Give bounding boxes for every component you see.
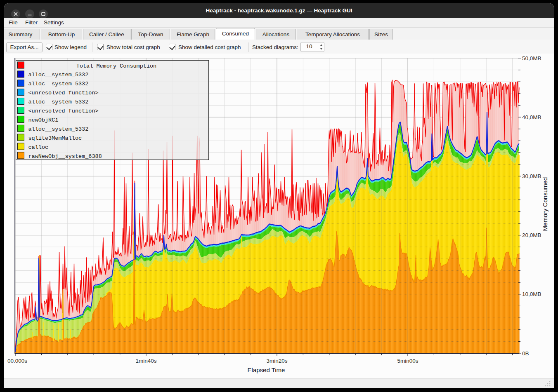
svg-text:3min20s: 3min20s (266, 358, 287, 364)
svg-text:alloc__system_5332: alloc__system_5332 (28, 72, 89, 78)
svg-text:00.000s: 00.000s (7, 358, 27, 364)
svg-text:Total Memory Consumption: Total Memory Consumption (76, 63, 156, 69)
svg-text:Memory Consumed: Memory Consumed (541, 177, 549, 231)
svg-text:alloc__system_5332: alloc__system_5332 (28, 99, 89, 105)
svg-text:50,0MB: 50,0MB (522, 55, 541, 61)
svg-text:rawNewObj__system_6388: rawNewObj__system_6388 (28, 153, 102, 160)
svg-text:alloc__system_5332: alloc__system_5332 (28, 126, 89, 132)
svg-text:<unresolved function>: <unresolved function> (28, 90, 99, 96)
svg-text:Elapsed Time: Elapsed Time (248, 366, 285, 373)
svg-text:40,0MB: 40,0MB (522, 114, 541, 120)
svg-text:newObjRC1: newObjRC1 (28, 117, 59, 123)
svg-text:sqlite3MemMalloc: sqlite3MemMalloc (28, 135, 82, 141)
svg-text:0B: 0B (522, 350, 529, 357)
svg-text:30,0MB: 30,0MB (522, 173, 541, 179)
svg-text:5min00s: 5min00s (397, 358, 418, 364)
svg-text:10,0MB: 10,0MB (522, 291, 541, 297)
svg-text:20,0MB: 20,0MB (522, 232, 541, 238)
svg-text:<unresolved function>: <unresolved function> (28, 108, 99, 114)
svg-text:1min40s: 1min40s (135, 358, 156, 364)
svg-text:calloc: calloc (28, 144, 49, 150)
svg-text:alloc__system_5332: alloc__system_5332 (28, 81, 89, 87)
